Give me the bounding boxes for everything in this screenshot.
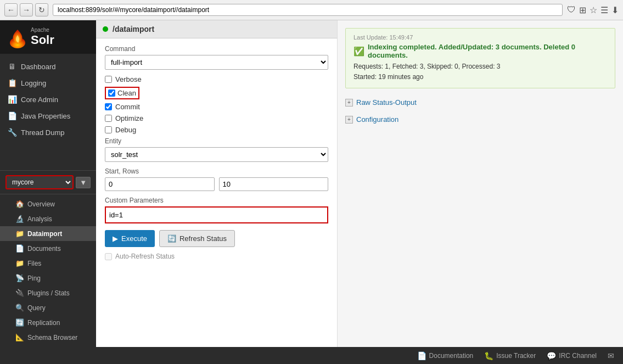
sub-nav-label: Files	[27, 260, 41, 267]
clean-label[interactable]: Clean	[117, 89, 136, 97]
address-bar[interactable]	[53, 4, 563, 16]
sidebar-item-query[interactable]: 🔍 Query	[0, 300, 96, 315]
status-success-message: ✅ Indexing completed. Added/Updated: 3 d…	[353, 43, 607, 59]
verbose-checkbox[interactable]	[105, 76, 112, 83]
raw-output-label: Raw Status-Output	[356, 98, 417, 107]
mail-link[interactable]: ✉	[608, 351, 614, 360]
start-rows-group: Start, Rows	[105, 167, 328, 191]
sidebar-nav: 🖥 Dashboard 📋 Logging 📊 Core Admin 📄 Jav…	[0, 54, 96, 170]
status-box: Last Update: 15:49:47 ✅ Indexing complet…	[345, 28, 615, 88]
requests-line: Requests: 1, Fetched: 3, Skipped: 0, Pro…	[353, 61, 607, 72]
debug-checkbox[interactable]	[105, 126, 112, 133]
core-admin-icon: 📊	[8, 95, 16, 104]
issue-tracker-link[interactable]: 🐛 Issue Tracker	[484, 351, 536, 360]
nav-buttons: ← → ↻	[4, 3, 48, 16]
start-rows-label: Start, Rows	[105, 167, 328, 175]
sidebar-item-core-admin[interactable]: 📊 Core Admin	[0, 91, 96, 108]
sidebar-item-dataimport[interactable]: 📁 Dataimport	[0, 226, 96, 241]
clean-checkbox-highlighted: Clean	[105, 87, 139, 99]
sub-nav: 🏠 Overview 🔬 Analysis 📁 Dataimport 📄 Doc…	[0, 194, 96, 347]
sidebar-item-overview[interactable]: 🏠 Overview	[0, 197, 96, 211]
action-buttons: ▶ Execute 🔄 Refresh Status	[105, 230, 328, 247]
start-rows-inputs	[105, 177, 328, 191]
execute-button[interactable]: ▶ Execute	[105, 230, 155, 247]
verbose-checkbox-group: Verbose	[105, 75, 328, 83]
clean-checkbox[interactable]	[108, 89, 115, 97]
sidebar-item-logging[interactable]: 📋 Logging	[0, 75, 96, 91]
logo-area: Apache Solr	[0, 20, 96, 54]
sidebar: Apache Solr 🖥 Dashboard 📋 Logging 📊 Core…	[0, 20, 96, 347]
form-body: Command full-import delta-import status …	[96, 38, 337, 267]
entity-select[interactable]: solr_test	[105, 147, 328, 162]
irc-channel-label: IRC Channel	[559, 352, 597, 360]
sub-nav-label: Plugins / Stats	[27, 289, 70, 297]
download-icon[interactable]: ⬇	[611, 5, 619, 15]
optimize-checkbox[interactable]	[105, 115, 112, 122]
analysis-icon: 🔬	[15, 215, 23, 223]
dataimport-icon: 📁	[15, 229, 23, 238]
status-dot-green	[103, 26, 108, 32]
forward-button[interactable]: →	[20, 3, 33, 16]
command-select[interactable]: full-import delta-import status reload-c…	[105, 55, 328, 70]
start-input[interactable]	[105, 177, 215, 191]
sidebar-item-thread-dump[interactable]: 🔧 Thread Dump	[0, 124, 96, 141]
documentation-label: Documentation	[429, 352, 474, 360]
thread-dump-icon: 🔧	[8, 128, 16, 137]
back-button[interactable]: ←	[4, 3, 18, 16]
footer: 📄 Documentation 🐛 Issue Tracker 💬 IRC Ch…	[0, 347, 623, 364]
configuration-item: + Configuration	[345, 113, 615, 126]
bookmark-icon[interactable]: ☆	[590, 5, 597, 15]
rows-input[interactable]	[219, 177, 329, 191]
mail-icon: ✉	[608, 351, 614, 360]
last-update: Last Update: 15:49:47	[353, 34, 607, 41]
commit-checkbox-group: Commit	[105, 103, 328, 111]
solr-logo-icon	[7, 27, 26, 47]
auto-refresh-group: Auto-Refresh Status	[105, 253, 328, 260]
sidebar-item-analysis[interactable]: 🔬 Analysis	[0, 211, 96, 226]
sidebar-item-ping[interactable]: 📡 Ping	[0, 271, 96, 285]
reload-button[interactable]: ↻	[35, 3, 48, 16]
grid-icon: ⊞	[579, 5, 586, 15]
refresh-status-button[interactable]: 🔄 Refresh Status	[159, 230, 235, 247]
browser-chrome: ← → ↻ 🛡 ⊞ ☆ ☰ ⬇	[0, 0, 623, 20]
sidebar-item-replication[interactable]: 🔄 Replication	[0, 315, 96, 330]
issue-tracker-icon: 🐛	[484, 351, 493, 360]
solr-label: Solr	[31, 33, 54, 47]
custom-params-input[interactable]	[108, 210, 325, 220]
execute-icon: ▶	[113, 234, 118, 243]
sidebar-item-plugins-stats[interactable]: 🔌 Plugins / Stats	[0, 285, 96, 300]
sidebar-item-label: Dashboard	[21, 63, 56, 71]
optimize-label[interactable]: Optimize	[115, 114, 143, 122]
query-icon: 🔍	[15, 304, 23, 312]
verbose-label[interactable]: Verbose	[115, 75, 142, 83]
commit-label[interactable]: Commit	[115, 103, 140, 111]
configuration-toggle[interactable]: + Configuration	[345, 113, 615, 126]
core-select-dropdown[interactable]: mycore	[5, 175, 74, 189]
status-area: Last Update: 15:49:47 ✅ Indexing complet…	[338, 20, 623, 347]
sidebar-item-java-properties[interactable]: 📄 Java Properties	[0, 108, 96, 124]
sidebar-item-documents[interactable]: 📄 Documents	[0, 241, 96, 256]
reader-icon[interactable]: ☰	[600, 5, 608, 15]
sidebar-item-schema-browser[interactable]: 📐 Schema Browser	[0, 330, 96, 345]
logging-icon: 📋	[8, 79, 16, 87]
debug-label[interactable]: Debug	[115, 126, 136, 134]
content-area: /dataimport Command full-import delta-im…	[96, 20, 623, 347]
irc-channel-link[interactable]: 💬 IRC Channel	[547, 351, 597, 360]
logo-text: Apache Solr	[31, 27, 54, 47]
core-arrow-button[interactable]: ▼	[76, 177, 91, 188]
raw-output-toggle[interactable]: + Raw Status-Output	[345, 96, 615, 109]
sidebar-item-files[interactable]: 📁 Files	[0, 256, 96, 271]
core-selector: mycore ▼	[0, 170, 96, 194]
sidebar-item-label: Java Properties	[21, 112, 70, 120]
documentation-icon: 📄	[417, 351, 426, 360]
started-line: Started: 19 minutes ago	[353, 72, 607, 82]
browser-icons: 🛡 ⊞ ☆ ☰ ⬇	[567, 5, 619, 15]
commit-checkbox[interactable]	[105, 103, 112, 110]
sidebar-item-dashboard[interactable]: 🖥 Dashboard	[0, 58, 96, 75]
documentation-link[interactable]: 📄 Documentation	[417, 351, 474, 360]
command-group: Command full-import delta-import status …	[105, 45, 328, 70]
shield-icon: 🛡	[567, 5, 576, 15]
schema-browser-icon: 📐	[15, 333, 23, 341]
auto-refresh-checkbox[interactable]	[105, 253, 112, 260]
plugins-icon: 🔌	[15, 289, 23, 297]
